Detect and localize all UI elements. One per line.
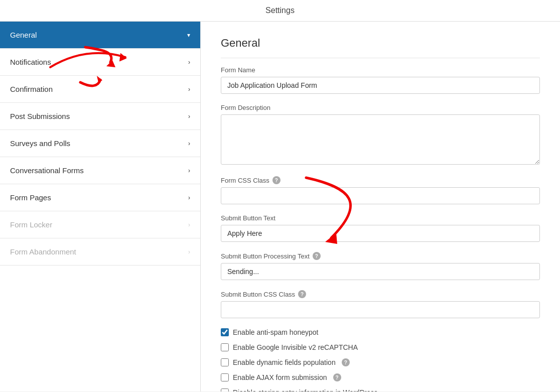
checkbox-dynamic-fields-input[interactable] <box>221 358 229 366</box>
chevron-right-icon: › <box>188 248 190 255</box>
sidebar-item-surveys-polls[interactable]: Surveys and Polls › <box>0 130 200 157</box>
form-css-class-label: Form CSS Class ? <box>221 176 540 184</box>
sidebar-item-confirmation[interactable]: Confirmation › <box>0 76 200 103</box>
submit-processing-help-icon[interactable]: ? <box>313 252 321 260</box>
sidebar-item-conversational-forms[interactable]: Conversational Forms › <box>0 157 200 184</box>
checkbox-recaptcha-input[interactable] <box>221 343 229 351</box>
sidebar-item-label: Surveys and Polls <box>10 139 70 148</box>
checkbox-recaptcha[interactable]: Enable Google Invisible v2 reCAPTCHA <box>221 343 540 351</box>
chevron-right-icon: › <box>188 86 190 93</box>
sidebar-item-notifications[interactable]: Notifications › <box>0 49 200 76</box>
submit-button-text-input[interactable] <box>221 225 540 242</box>
checkbox-ajax[interactable]: Enable AJAX form submission ? <box>221 373 540 381</box>
sidebar-item-form-pages[interactable]: Form Pages › <box>0 184 200 211</box>
sidebar-item-label: Form Locker <box>10 220 52 229</box>
checkbox-dynamic-fields[interactable]: Enable dynamic fields population ? <box>221 358 540 366</box>
sidebar-item-form-locker[interactable]: Form Locker › <box>0 211 200 238</box>
chevron-right-icon: › <box>188 140 190 147</box>
form-description-input[interactable] <box>221 114 540 165</box>
page-header: Settings <box>0 0 560 22</box>
page-title: Settings <box>265 6 295 15</box>
submit-button-processing-group: Submit Button Processing Text ? <box>221 252 540 280</box>
form-css-help-icon[interactable]: ? <box>272 176 281 184</box>
form-name-group: Form Name <box>221 66 540 94</box>
chevron-right-icon: › <box>188 167 190 174</box>
sidebar-item-label: General <box>10 31 37 39</box>
section-title: General <box>221 37 540 58</box>
form-name-input[interactable] <box>221 77 540 94</box>
form-name-label: Form Name <box>221 66 540 74</box>
checkbox-anti-spam-label: Enable anti-spam honeypot <box>233 328 318 336</box>
form-css-class-group: Form CSS Class ? <box>221 176 540 204</box>
sidebar-item-label: Conversational Forms <box>10 166 84 175</box>
checkbox-ajax-input[interactable] <box>221 373 229 381</box>
checkbox-ajax-label: Enable AJAX form submission <box>233 373 327 381</box>
sidebar: General ▾ Notifications › Confirmation ›… <box>0 22 201 391</box>
checkbox-no-store-label: Disable storing entry information in Wor… <box>233 388 377 391</box>
submit-css-help-icon[interactable]: ? <box>298 290 306 298</box>
submit-button-text-label: Submit Button Text <box>221 214 540 222</box>
sidebar-item-label: Form Abandonment <box>10 247 76 256</box>
sidebar-item-post-submissions[interactable]: Post Submissions › <box>0 103 200 130</box>
chevron-right-icon: › <box>188 221 190 228</box>
checkbox-dynamic-fields-label: Enable dynamic fields population <box>233 358 336 366</box>
submit-button-css-label: Submit Button CSS Class ? <box>221 290 540 298</box>
checkbox-no-store-input[interactable] <box>221 388 229 391</box>
chevron-right-icon: › <box>188 113 190 120</box>
chevron-down-icon: ▾ <box>187 32 190 39</box>
form-description-label: Form Description <box>221 104 540 111</box>
chevron-right-icon: › <box>188 194 190 201</box>
dynamic-fields-help-icon[interactable]: ? <box>342 358 350 366</box>
checkboxes-group: Enable anti-spam honeypot Enable Google … <box>221 328 540 391</box>
checkbox-anti-spam[interactable]: Enable anti-spam honeypot <box>221 328 540 336</box>
submit-button-css-input[interactable] <box>221 301 540 318</box>
sidebar-item-label: Form Pages <box>10 193 51 202</box>
sidebar-item-label: Post Submissions <box>10 112 70 120</box>
submit-button-css-group: Submit Button CSS Class ? <box>221 290 540 318</box>
sidebar-item-label: Notifications <box>10 58 51 66</box>
sidebar-item-general[interactable]: General ▾ <box>0 22 200 49</box>
checkbox-recaptcha-label: Enable Google Invisible v2 reCAPTCHA <box>233 343 358 351</box>
sidebar-item-label: Confirmation <box>10 85 53 93</box>
main-content: General Form Name Form Description Form … <box>201 22 560 391</box>
chevron-right-icon: › <box>188 59 190 66</box>
form-description-group: Form Description <box>221 104 540 166</box>
checkbox-no-store[interactable]: Disable storing entry information in Wor… <box>221 388 540 391</box>
submit-button-text-group: Submit Button Text <box>221 214 540 242</box>
ajax-help-icon[interactable]: ? <box>333 373 341 381</box>
submit-button-processing-input[interactable] <box>221 263 540 280</box>
submit-button-processing-label: Submit Button Processing Text ? <box>221 252 540 260</box>
form-css-class-input[interactable] <box>221 187 540 204</box>
checkbox-anti-spam-input[interactable] <box>221 328 229 336</box>
sidebar-item-form-abandonment[interactable]: Form Abandonment › <box>0 238 200 266</box>
